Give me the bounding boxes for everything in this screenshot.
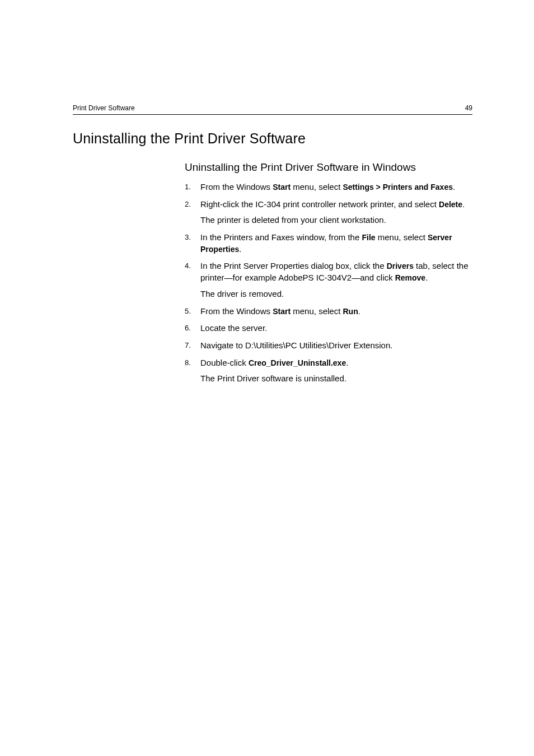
text-run: . <box>462 199 465 209</box>
section-title: Uninstalling the Print Driver Software <box>73 130 472 147</box>
text-run: Navigate to D:\Utilities\PC Utilities\Dr… <box>200 340 392 350</box>
text-run: From the Windows <box>200 182 273 192</box>
bold-run: Run <box>343 307 358 316</box>
header-page-number: 49 <box>465 104 472 112</box>
text-run: From the Windows <box>200 306 273 316</box>
list-item: Double-click Creo_Driver_Uninstall.exe. … <box>185 357 472 385</box>
page-container: Print Driver Software 49 Uninstalling th… <box>0 0 534 385</box>
text-run: Right-click the IC-304 print controller … <box>200 199 439 209</box>
bold-run: Remove <box>395 273 425 282</box>
list-item: From the Windows Start menu, select Run. <box>185 306 472 318</box>
list-item: Navigate to D:\Utilities\PC Utilities\Dr… <box>185 340 472 352</box>
subsection-title: Uninstalling the Print Driver Software i… <box>185 161 472 174</box>
text-run: . <box>239 244 241 254</box>
content-block: Uninstalling the Print Driver Software i… <box>185 161 472 385</box>
text-run: menu, select <box>291 182 343 192</box>
step-text: Right-click the IC-304 print controller … <box>200 199 472 211</box>
text-run: . <box>453 182 455 192</box>
step-text: From the Windows Start menu, select Sett… <box>200 181 472 193</box>
text-run: In the Printers and Faxes window, from t… <box>200 232 362 242</box>
bold-run: Drivers <box>387 262 414 270</box>
running-header: Print Driver Software 49 <box>73 104 472 115</box>
step-result: The printer is deleted from your client … <box>200 214 472 226</box>
text-run: . <box>346 358 348 367</box>
list-item: In the Printers and Faxes window, from t… <box>185 232 472 255</box>
list-item: Right-click the IC-304 print controller … <box>185 199 472 226</box>
step-text: In the Print Server Properties dialog bo… <box>200 260 472 283</box>
bold-run: Start <box>273 183 291 192</box>
list-item: From the Windows Start menu, select Sett… <box>185 181 472 193</box>
text-run: . <box>425 273 428 282</box>
bold-run: Start <box>273 307 291 316</box>
bold-run: Creo_Driver_Uninstall.exe <box>249 358 346 367</box>
steps-list: From the Windows Start menu, select Sett… <box>185 181 472 385</box>
header-section-name: Print Driver Software <box>73 104 135 112</box>
list-item: Locate the server. <box>185 323 472 334</box>
bold-run: Delete <box>439 200 462 209</box>
step-result: The Print Driver software is uninstalled… <box>200 373 472 385</box>
text-run: menu, select <box>376 232 428 242</box>
list-item: In the Print Server Properties dialog bo… <box>185 260 472 300</box>
step-text: From the Windows Start menu, select Run. <box>200 306 472 318</box>
step-text: Double-click Creo_Driver_Uninstall.exe. <box>200 357 472 369</box>
step-text: Navigate to D:\Utilities\PC Utilities\Dr… <box>200 340 472 352</box>
bold-run: File <box>362 233 375 242</box>
text-run: menu, select <box>291 306 343 316</box>
bold-run: Settings > Printers and Faxes <box>343 183 453 192</box>
text-run: In the Print Server Properties dialog bo… <box>200 261 387 270</box>
step-text: In the Printers and Faxes window, from t… <box>200 232 472 255</box>
text-run: Double-click <box>200 358 249 367</box>
text-run: Locate the server. <box>200 323 267 333</box>
step-result: The driver is removed. <box>200 288 472 300</box>
text-run: . <box>358 306 360 316</box>
step-text: Locate the server. <box>200 323 472 334</box>
